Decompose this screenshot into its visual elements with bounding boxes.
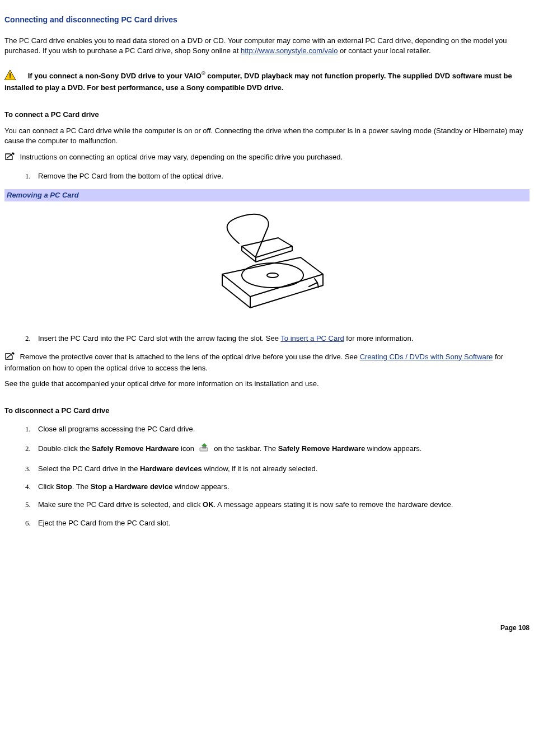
- connect-paragraph: You can connect a PC Card drive while th…: [4, 126, 530, 146]
- insert-pc-card-link[interactable]: To insert a PC Card: [280, 334, 344, 342]
- figure-caption: Removing a PC Card: [4, 189, 530, 201]
- lens-note-a: Remove the protective cover that is atta…: [18, 353, 360, 361]
- connect-heading: To connect a PC Card drive: [4, 110, 530, 120]
- d4-c: . The: [72, 482, 91, 491]
- connect-note: Instructions on connecting an optical dr…: [4, 152, 530, 163]
- connect-step-2b: for more information.: [344, 334, 414, 342]
- warning-reg: ®: [202, 71, 205, 76]
- see-guide-paragraph: See the guide that accompanied your opti…: [4, 379, 530, 389]
- d2-d: on the taskbar. The: [212, 444, 278, 453]
- d2-e: Safely Remove Hardware: [278, 444, 365, 453]
- connect-steps-cont: Insert the PC Card into the PC Card slot…: [4, 334, 530, 344]
- disconnect-step-2: Double-click the Safely Remove Hardware …: [32, 442, 530, 456]
- figure-image: [4, 207, 530, 322]
- disconnect-step-5: Make sure the PC Card drive is selected,…: [32, 500, 530, 510]
- d5-b: OK: [203, 500, 214, 509]
- d2-b: Safely Remove Hardware: [92, 444, 179, 453]
- disconnect-step-1: Close all programs accessing the PC Card…: [32, 424, 530, 434]
- connect-step-1: Remove the PC Card from the bottom of th…: [32, 171, 530, 181]
- connect-note-text: Instructions on connecting an optical dr…: [18, 153, 343, 161]
- d4-b: Stop: [56, 482, 72, 491]
- d2-c: icon: [179, 444, 196, 453]
- creating-cds-link[interactable]: Creating CDs / DVDs with Sony Software: [360, 353, 493, 361]
- note-icon: [4, 152, 16, 163]
- d4-e: window appears.: [172, 482, 229, 491]
- disconnect-step-3: Select the PC Card drive in the Hardware…: [32, 464, 530, 474]
- d3-b: Hardware devices: [140, 464, 202, 473]
- d2-a: Double-click the: [38, 444, 92, 453]
- svg-point-2: [242, 263, 303, 288]
- note-icon: [4, 351, 16, 363]
- page-title: Connecting and disconnecting PC Card dri…: [4, 15, 530, 26]
- d4-d: Stop a Hardware device: [91, 482, 173, 491]
- d3-c: window, if it is not already selected.: [202, 464, 318, 473]
- d4-a: Click: [38, 482, 56, 491]
- d5-a: Make sure the PC Card drive is selected,…: [38, 500, 203, 509]
- sonystyle-link[interactable]: http://www.sonystyle.com/vaio: [241, 46, 338, 55]
- disconnect-step-6: Eject the PC Card from the PC Card slot.: [32, 518, 530, 528]
- intro-paragraph: The PC Card drive enables you to read da…: [4, 36, 530, 56]
- connect-step-2: Insert the PC Card into the PC Card slot…: [32, 334, 530, 344]
- lens-note: Remove the protective cover that is atta…: [4, 351, 530, 373]
- warning-text: If you connect a non-Sony DVD drive to y…: [4, 72, 512, 92]
- safely-remove-hardware-icon: [199, 442, 210, 456]
- page-number: Page 108: [4, 623, 530, 633]
- connect-step-2a: Insert the PC Card into the PC Card slot…: [38, 334, 280, 342]
- warning-text-a: If you connect a non-Sony DVD drive to y…: [28, 72, 202, 80]
- d2-f: window appears.: [365, 444, 421, 453]
- d5-c: . A message appears stating it is now sa…: [214, 500, 453, 509]
- warning-block: ! If you connect a non-Sony DVD drive to…: [4, 70, 530, 93]
- svg-text:!: !: [9, 72, 11, 80]
- disconnect-step-4: Click Stop. The Stop a Hardware device w…: [32, 482, 530, 492]
- connect-steps: Remove the PC Card from the bottom of th…: [4, 171, 530, 181]
- disconnect-heading: To disconnect a PC Card drive: [4, 406, 530, 416]
- svg-point-3: [267, 273, 278, 278]
- intro-text-b: or contact your local retailer.: [338, 46, 430, 55]
- disconnect-steps: Close all programs accessing the PC Card…: [4, 424, 530, 528]
- d3-a: Select the PC Card drive in the: [38, 464, 140, 473]
- warning-icon: !: [4, 70, 16, 83]
